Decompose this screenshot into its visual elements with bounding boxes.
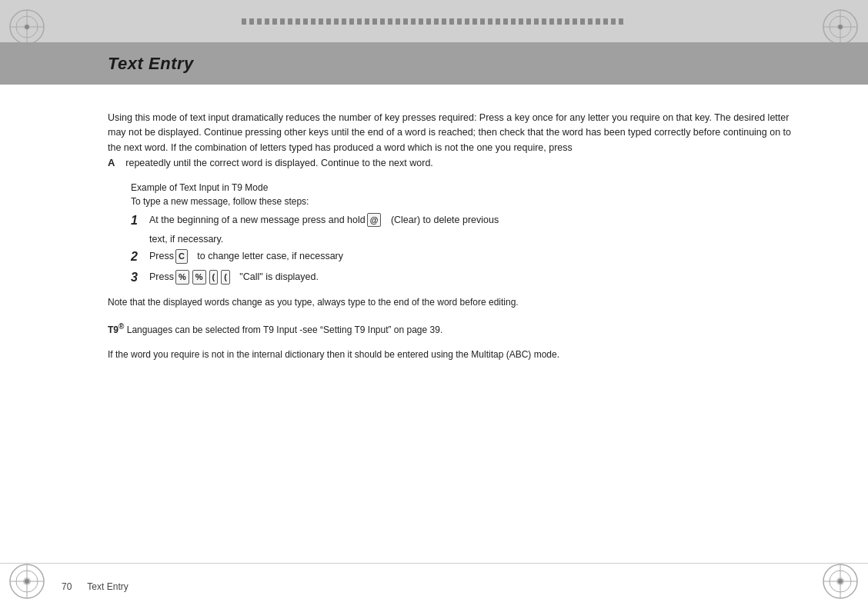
step-1-number: 1 (131, 213, 145, 228)
page-number: 70 (62, 581, 72, 592)
footer-bar: 70 Text Entry (0, 563, 868, 609)
top-bar-pattern (242, 18, 626, 25)
example-title: Example of Text Input in T9 Mode (131, 182, 806, 193)
step-3-key2: % (192, 270, 206, 285)
step-2-key: C (175, 249, 188, 264)
step-2: 2 PressC to change letter case, if neces… (131, 249, 806, 264)
note-paragraph-2: T9® Languages can be selected from T9 In… (108, 321, 806, 338)
main-content: Using this mode of text input dramatical… (108, 85, 806, 547)
example-subtitle: To type a new message, follow these step… (131, 196, 806, 207)
step-2-text: PressC to change letter case, if necessa… (149, 249, 806, 264)
step-3-key4: ( (221, 270, 230, 285)
svg-point-11 (838, 25, 843, 29)
t9-brand-inline: T9® (108, 324, 124, 335)
step-3-text: Press%%(( "Call" is displayed. (149, 270, 806, 285)
example-block: Example of Text Input in T9 Mode To type… (131, 182, 806, 285)
intro-key: A (108, 157, 115, 168)
step-1-key: @ (367, 213, 382, 228)
footer-label: Text Entry (87, 581, 128, 592)
step-1: 1 At the beginning of a new message pres… (131, 213, 806, 245)
intro-paragraph: Using this mode of text input dramatical… (108, 111, 806, 171)
step-3-key3: ( (209, 270, 219, 285)
note-paragraph-3: If the word you require is not in the in… (108, 348, 806, 362)
step-3-key: % (175, 270, 189, 285)
header-title: Text Entry (108, 54, 194, 74)
step-2-number: 2 (131, 249, 145, 264)
svg-point-5 (25, 25, 29, 29)
header-band: Text Entry (0, 42, 868, 85)
step-3: 3 Press%%(( "Call" is displayed. (131, 270, 806, 285)
step-3-number: 3 (131, 270, 145, 285)
step-1-continuation: text, if necessary. (149, 234, 806, 245)
note-paragraph-1: Note that the displayed words change as … (108, 295, 806, 310)
step-1-text: At the beginning of a new message press … (149, 213, 806, 228)
top-decorative-bar (0, 0, 868, 42)
